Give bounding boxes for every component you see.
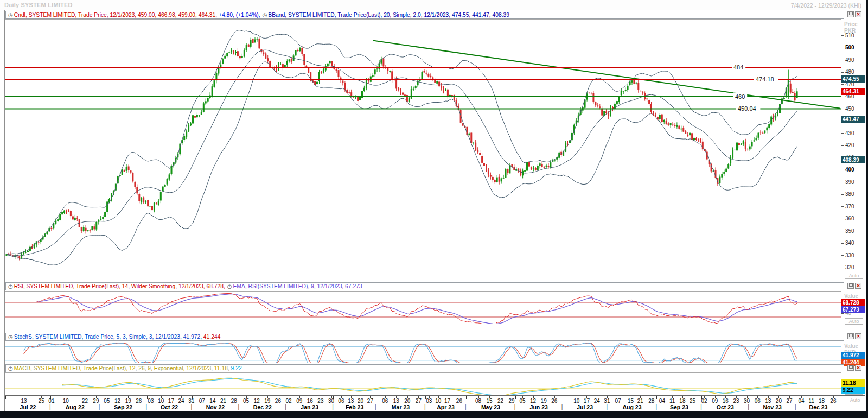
price-tick-label: 330 [845, 252, 854, 259]
month-separator: | [238, 404, 239, 410]
month-tick [563, 396, 563, 399]
svg-text:484: 484 [733, 64, 743, 71]
main-panel-window-buttons: ✕ [846, 11, 861, 18]
day-label: 13 [393, 398, 399, 404]
restore-icon[interactable] [847, 333, 854, 339]
price-tick-label: 350 [845, 228, 854, 235]
day-label: 17 [584, 398, 590, 404]
day-label: 27 [786, 398, 792, 404]
month-label: Feb 23 [346, 404, 363, 410]
month-label: Sep 22 [114, 404, 132, 410]
macd-axis[interactable]: Auto 11.189.22 [841, 373, 865, 395]
day-label: 21 [220, 398, 226, 404]
price-tick-label: 380 [845, 191, 854, 198]
close-icon[interactable]: ✕ [855, 11, 861, 17]
month-tick [333, 396, 334, 399]
day-label: 16 [723, 398, 729, 404]
month-separator: | [424, 404, 426, 410]
month-separator: | [700, 404, 702, 410]
price-axis[interactable]: Price PKR Auto 5105004904804704604504404… [841, 20, 865, 275]
month-label: Jan 23 [301, 404, 318, 410]
day-label: 20 [404, 398, 410, 404]
close-icon[interactable]: ✕ [855, 283, 861, 289]
day-label: 01 [48, 398, 54, 404]
price-tick [841, 133, 844, 134]
price-tick [841, 255, 844, 256]
day-label: 03 [148, 398, 154, 404]
axis-value-label: 41.972 [841, 352, 865, 359]
price-tick [841, 84, 844, 85]
month-label: Dec 23 [809, 404, 828, 410]
time-axis[interactable]: Auto Jul 221325|Aug 2201102229|Sep 22051… [5, 395, 865, 411]
rsi-axis[interactable]: Value PKR Auto 4068.72867.273 [841, 292, 865, 324]
restore-icon[interactable] [847, 365, 854, 371]
day-label: 26 [136, 398, 142, 404]
price-tick-label: 390 [845, 179, 854, 186]
month-tick [796, 396, 796, 399]
delayed-data-clock-icon: ◷ [8, 12, 13, 18]
stoch-axis[interactable]: Value PKR Auto 41.97241.244 [841, 341, 865, 363]
restore-icon[interactable] [847, 283, 854, 289]
title-bar: Daily SYSTEM LIMITED 7/4/2022 - 12/29/20… [0, 0, 868, 10]
time-axis-auto-button[interactable]: Auto [845, 397, 865, 403]
stoch-d-value: 41.244 [203, 334, 221, 340]
delayed-data-clock-icon: ◷ [8, 365, 13, 371]
price-tick [841, 170, 844, 170]
main-chart-legend[interactable]: ◷Cndl, SYSTEM LIMITED, Trade Price, 12/1… [5, 11, 844, 19]
axis-value-label: 408.39 [841, 156, 865, 163]
day-label: 10 [573, 398, 579, 404]
day-label: 27 [416, 398, 422, 404]
month-separator: | [332, 404, 334, 410]
day-label: 10 [435, 398, 441, 404]
day-label: 07 [615, 398, 621, 404]
axis-value-label: 441.47 [841, 116, 865, 123]
price-tick [841, 60, 844, 60]
day-label: 28 [231, 398, 237, 404]
macd-legend[interactable]: ◷MACD, SYSTEM LIMITED, Trade Price(Last)… [5, 364, 844, 372]
delayed-data-clock-icon: ◷ [263, 12, 267, 18]
day-label: 25 [39, 398, 44, 404]
rsi-legend[interactable]: ◷RSI, SYSTEM LIMITED, Trade Price(Last),… [5, 282, 844, 290]
day-label: 05 [519, 398, 525, 404]
stoch-axis-title: Value [844, 343, 858, 349]
stochastic-legend[interactable]: ◷StochS, SYSTEM LIMITED, Trade Price, 5,… [5, 333, 844, 341]
axis-value-label: 474.55 [841, 75, 865, 83]
macd-plot[interactable] [5, 373, 841, 395]
month-label: Jul 22 [20, 404, 36, 410]
month-separator: | [748, 404, 749, 410]
axis-value-label: 464.31 [841, 88, 865, 95]
svg-text:450.04: 450.04 [738, 105, 756, 112]
price-tick [841, 243, 844, 244]
price-tick [841, 48, 844, 48]
window-bottom-edge [0, 411, 868, 418]
day-label: 13 [21, 398, 27, 404]
svg-text:474.18: 474.18 [756, 76, 774, 83]
price-tick [841, 72, 844, 73]
close-icon[interactable]: ✕ [855, 333, 861, 339]
price-tick-label: 340 [845, 240, 854, 246]
month-tick [608, 396, 608, 399]
month-tick [192, 396, 193, 399]
rsi-plot[interactable] [5, 292, 841, 324]
close-icon[interactable]: ✕ [855, 365, 861, 371]
month-separator: | [49, 404, 51, 410]
restore-icon[interactable] [847, 11, 854, 17]
day-label: 17 [168, 398, 174, 404]
rsi-axis-auto-button[interactable]: Auto [845, 318, 863, 325]
bband-series-legend: BBand, SYSTEM LIMITED, Trade Price(Last)… [268, 12, 509, 18]
day-label: 19 [125, 398, 131, 404]
price-axis-auto-button[interactable]: Auto [845, 273, 863, 279]
day-label: 24 [178, 398, 184, 404]
day-label: 27 [367, 398, 373, 404]
stochastic-plot[interactable] [5, 341, 841, 363]
day-label: 09 [712, 398, 718, 404]
month-separator: | [795, 404, 796, 410]
price-tick [841, 194, 844, 195]
chart-frame: ◷Cndl, SYSTEM LIMITED, Trade Price, 12/1… [4, 10, 867, 411]
stoch-panel-window-buttons: ✕ [846, 333, 861, 340]
day-label: 12 [254, 398, 260, 404]
day-label: 04 [799, 398, 805, 404]
main-price-plot[interactable]: 484474.18460450.04 [5, 20, 841, 275]
svg-text:460: 460 [735, 93, 745, 100]
price-tick-label: 500 [845, 45, 854, 51]
